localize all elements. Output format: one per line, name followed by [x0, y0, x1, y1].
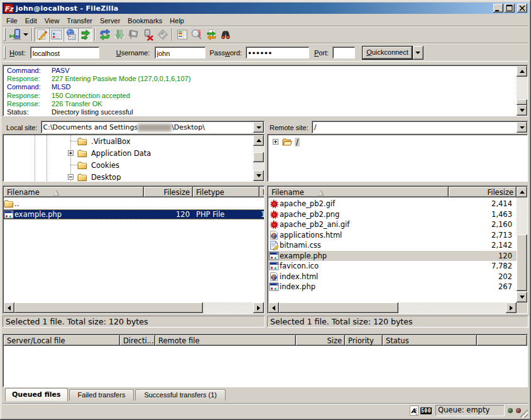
speed-limits-icon[interactable]: 500 — [420, 407, 432, 414]
tree-item-application-data[interactable]: Application Data — [4, 147, 264, 159]
quickconnect-button[interactable]: Quickconnect — [362, 46, 413, 60]
file-row-parent-dir[interactable]: .. — [4, 199, 264, 209]
column-header-direction[interactable]: Directi... — [120, 335, 155, 346]
refresh-button[interactable] — [97, 28, 112, 41]
menu-server[interactable]: Server — [96, 16, 124, 26]
disconnect-button[interactable] — [141, 28, 155, 41]
column-header-filesize[interactable]: Filesize — [144, 187, 193, 197]
scrollbar-corner — [517, 302, 527, 313]
toggle-queue-button[interactable] — [78, 28, 92, 41]
file-row[interactable]: index.php 267 — [268, 282, 517, 292]
file-row[interactable]: apache_pb2_ani.gif 2,160 — [268, 219, 517, 230]
menu-file[interactable]: File — [3, 16, 21, 26]
toggle-remote-tree-button[interactable] — [63, 28, 78, 41]
local-tree-scroll-up[interactable] — [253, 135, 264, 146]
menu-transfer[interactable]: Transfer — [63, 16, 96, 26]
quickconnect-dropdown[interactable] — [413, 46, 424, 60]
file-modified: 1 — [261, 210, 264, 219]
column-header-server-local-file[interactable]: Server/Local file — [4, 335, 120, 346]
log-scroll-down[interactable] — [517, 105, 527, 116]
remote-site-combo[interactable]: / — [312, 121, 528, 134]
reconnect-button[interactable] — [155, 28, 170, 41]
scroll-left-button[interactable] — [4, 302, 14, 313]
local-tree-scroll-thumb[interactable] — [253, 152, 264, 162]
host-input[interactable] — [30, 47, 100, 59]
toggle-message-log-button[interactable] — [35, 28, 49, 41]
column-header-filename[interactable]: Filename — [268, 187, 449, 197]
process-queue-button[interactable] — [112, 28, 126, 41]
column-header-filetype[interactable]: Filetype — [193, 187, 260, 197]
log-scroll-up[interactable] — [517, 66, 527, 77]
log-scroll-thumb[interactable] — [517, 99, 527, 105]
toggle-local-tree-button[interactable] — [49, 28, 63, 41]
local-tree-icon — [50, 28, 63, 41]
tree-item-desktop[interactable]: Desktop — [4, 171, 264, 181]
comparison-button[interactable] — [189, 28, 204, 41]
html-file-icon — [269, 230, 279, 240]
local-site-combo[interactable]: C:\Documents and Settings\Desktop\ — [41, 121, 265, 134]
menu-edit[interactable]: Edit — [21, 16, 41, 26]
scroll-left-button[interactable] — [268, 302, 279, 313]
menu-bookmarks[interactable]: Bookmarks — [124, 16, 166, 26]
menu-help[interactable]: Help — [166, 16, 188, 26]
username-label: Username: — [116, 49, 150, 57]
transfer-queue: Server/Local file Directi... Remote file… — [3, 334, 528, 388]
scroll-thumb[interactable] — [14, 302, 203, 313]
scroll-track[interactable] — [398, 302, 506, 313]
remote-site-dropdown[interactable] — [517, 122, 527, 133]
chevron-down-icon — [256, 126, 261, 129]
close-button[interactable] — [517, 4, 527, 13]
site-manager-dropdown[interactable] — [22, 28, 30, 41]
scroll-track[interactable] — [203, 302, 253, 313]
file-row-selected[interactable]: example.php 120 — [268, 251, 517, 262]
password-input[interactable] — [246, 47, 310, 59]
file-row-example-php[interactable]: example.php 120 PHP File 1 — [4, 209, 264, 220]
column-header-size[interactable]: Size — [296, 335, 345, 346]
scroll-right-button[interactable] — [253, 302, 264, 313]
column-header-filesize[interactable]: Filesize — [449, 187, 517, 197]
local-site-dropdown[interactable] — [253, 122, 264, 133]
port-input[interactable] — [332, 47, 356, 59]
scroll-right-button[interactable] — [506, 302, 517, 313]
find-files-button[interactable] — [218, 28, 233, 41]
local-tree-scroll-down[interactable] — [253, 170, 264, 181]
menu-view[interactable]: View — [41, 16, 63, 26]
column-header-priority[interactable]: Priority — [345, 335, 383, 346]
scroll-thumb[interactable] — [279, 302, 398, 313]
file-row[interactable]: index.html 202 — [268, 272, 517, 282]
file-row[interactable]: favicon.ico 7,782 — [268, 261, 517, 272]
column-header-remote-file[interactable]: Remote file — [155, 335, 296, 346]
tab-queued-files[interactable]: Queued files — [5, 388, 68, 401]
file-row[interactable]: applications.html 2,713 — [268, 230, 517, 241]
menu-bar: File Edit View Transfer Server Bookmarks… — [3, 15, 528, 26]
column-header-filename[interactable]: Filename — [4, 187, 144, 197]
file-row[interactable]: apache_pb2.png 1,463 — [268, 209, 517, 220]
minimize-button[interactable] — [493, 4, 503, 13]
file-size: 120 — [176, 210, 190, 219]
queue-header: Server/Local file Directi... Remote file… — [4, 335, 527, 346]
collapse-icon[interactable] — [68, 174, 74, 180]
cancel-button[interactable] — [126, 28, 141, 41]
column-header-status[interactable]: Status — [383, 335, 477, 346]
tab-failed-transfers[interactable]: Failed transfers — [69, 389, 134, 401]
tree-item-root[interactable]: / — [268, 136, 527, 148]
file-row[interactable]: apache_pb2.gif 2,414 — [268, 199, 517, 209]
file-row[interactable]: bitnami.css 2,142 — [268, 240, 517, 251]
site-manager-button[interactable] — [8, 28, 22, 41]
expand-icon[interactable] — [68, 150, 74, 156]
column-header-lastmodified[interactable]: L — [260, 187, 264, 197]
filter-icon — [176, 28, 189, 41]
username-input[interactable] — [155, 47, 206, 59]
expand-icon[interactable] — [273, 139, 278, 145]
filter-button[interactable] — [175, 28, 189, 41]
sync-browsing-button[interactable] — [204, 28, 218, 41]
tab-successful-transfers[interactable]: Successful transfers (1) — [135, 389, 226, 401]
scroll-up-button[interactable] — [517, 187, 527, 197]
tree-item-virtualbox[interactable]: .VirtualBox — [4, 135, 264, 147]
maximize-button[interactable] — [505, 4, 515, 13]
column-label: Remote file — [158, 336, 200, 345]
log-scroll-track[interactable] — [517, 77, 527, 99]
tree-item-cookies[interactable]: Cookies — [4, 159, 264, 171]
scroll-thumb[interactable] — [517, 235, 527, 291]
scroll-down-button[interactable] — [517, 292, 527, 302]
